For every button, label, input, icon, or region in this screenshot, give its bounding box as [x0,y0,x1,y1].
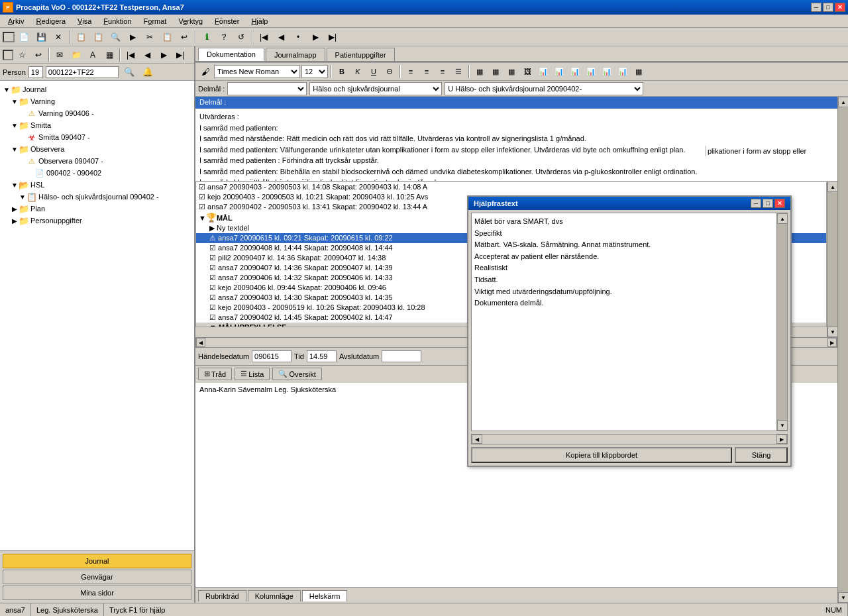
fmt-list-btn[interactable]: ☰ [451,65,466,78]
delmal-select-2[interactable]: Hälso och sjukvårdsjournal [309,82,442,95]
font-size-select[interactable]: 12 [301,65,328,78]
sidebar-tb-nextnext[interactable]: ▶| [172,48,188,62]
view-lista-btn[interactable]: ☰ Lista [235,368,270,380]
sidebar-tb-folder[interactable]: 📁 [68,48,84,62]
fmt-img-btn6[interactable]: 📊 [600,65,614,78]
menu-visa[interactable]: Visa [72,16,97,26]
nav-journal-btn[interactable]: Journal [3,554,191,568]
doc-scroll-down[interactable]: ▼ [838,592,848,603]
tb-new-btn[interactable]: 📄 [16,30,32,44]
help-text-area[interactable]: Målet bör vara SMART, dvs Specifikt Mätb… [471,213,777,431]
fmt-table-btn1[interactable]: ▦ [472,65,487,78]
tab-dokumentation[interactable]: Dokumentation [198,48,264,61]
tb-last-btn[interactable]: ▶| [325,30,341,44]
tb-paste2-btn[interactable]: 📋 [159,30,175,44]
tree-expand-observera[interactable]: ▼ [11,146,19,153]
nav-minasidor-btn[interactable]: Mina sidor [3,586,191,600]
tree-expand-journal[interactable]: ▼ [3,86,11,93]
fmt-align-right-btn[interactable]: ≡ [435,65,450,78]
tab-journalmapp[interactable]: Journalmapp [266,48,325,61]
sidebar-tb-prevprev[interactable]: |◀ [123,48,138,62]
menu-arkiv[interactable]: Arkiv [3,16,29,26]
maluppfyllelse-expand[interactable]: ▼ [209,323,219,327]
sidebar-tb-box[interactable] [3,50,13,60]
fmt-align-left-btn[interactable]: ≡ [403,65,418,78]
list-row-1[interactable]: ☑ ansa7 20090403 - 20090503 kl. 14:08 Sk… [196,182,826,192]
help-scroll-track[interactable] [777,224,787,420]
fmt-underline-btn[interactable]: U [366,65,381,78]
hscroll-right[interactable]: ▶ [827,338,837,347]
fmt-paint-btn[interactable]: 🖌 [198,65,213,78]
tb-prev-btn[interactable]: ◀ [273,30,289,44]
list-scrollbar[interactable]: ▲ ▼ [827,181,837,337]
help-maximize-btn[interactable]: □ [763,199,773,208]
tb-copy-btn[interactable]: 📋 [73,30,89,44]
tb-undo-btn[interactable]: ↩ [176,30,192,44]
doc-scrollbar[interactable]: ▲ ▼ [837,97,848,603]
avslutdatum-input[interactable] [382,350,421,362]
tb-run-btn[interactable]: ▶ [125,30,140,44]
sidebar-tb-font[interactable]: A [85,48,101,62]
tree-item-observera-detail[interactable]: ⚠ Observera 090407 - [19,155,191,167]
menu-fonster[interactable]: Fönster [209,16,244,26]
help-scrollbar[interactable]: ▲ ▼ [777,213,788,431]
fmt-img-btn5[interactable]: 📊 [584,65,598,78]
delmal-select-3[interactable]: U Hälso- och sjukvårdsjournal 20090402- [445,82,643,95]
doc-scroll-up[interactable]: ▲ [838,97,848,107]
nav-genvagar-btn[interactable]: Genvägar [3,570,191,584]
tree-item-smitta[interactable]: ▼ 📁 Smitta [11,119,191,131]
sidebar-tb-grid[interactable]: ▦ [101,48,117,62]
person-search-icon[interactable]: 🔍 [121,65,137,79]
tb-refresh-btn[interactable]: ↺ [233,30,249,44]
fmt-bold-btn[interactable]: B [335,65,349,78]
tb-save-btn[interactable]: 💾 [33,30,49,44]
menu-hjalp[interactable]: Hjälp [246,16,273,26]
tree-item-hsl-journal[interactable]: ▼ 📋 Hälso- och sjukvårdsjournal 090402 - [19,191,191,203]
sidebar-tb-star[interactable]: ☆ [14,48,30,62]
doc-scroll-track[interactable] [838,107,848,592]
bottom-tab-kolumnlage[interactable]: Kolumnläge [248,590,301,601]
tree-item-hsl[interactable]: ▼ 📂 HSL [11,179,191,191]
tid-input[interactable] [307,350,337,362]
tb-question-btn[interactable]: ? [216,30,232,44]
close-help-btn[interactable]: Stäng [735,447,788,463]
menu-funktion[interactable]: Funktion [98,16,136,26]
tb-find-btn[interactable]: 🔍 [107,30,123,44]
tb-paste-btn[interactable]: 📋 [90,30,106,44]
fmt-align-center-btn[interactable]: ≡ [419,65,434,78]
fmt-img-btn7[interactable]: 📊 [615,65,630,78]
sidebar-tb-undo[interactable]: ↩ [30,48,46,62]
tree-item-smitta-detail[interactable]: ☣ Smitta 090407 - [19,131,191,143]
hscroll-left[interactable]: ◀ [196,338,205,347]
fmt-img-btn4[interactable]: 📊 [568,65,582,78]
maximize-button[interactable]: □ [823,3,833,12]
tree-expand-hsl[interactable]: ▼ [11,181,19,189]
help-minimize-btn[interactable]: ─ [751,199,761,208]
tree-item-observera-dates[interactable]: 📄 090402 - 090402 [26,167,191,179]
bottom-tab-rubrikträd[interactable]: Rubrikträd [198,590,246,601]
tree-expand-hsl-journal[interactable]: ▼ [19,193,26,201]
tree-expand-plan[interactable]: ▶ [11,205,19,213]
tree-container[interactable]: ▼ 📁 Journal ▼ 📁 Varning ⚠ Varning 090406… [0,81,194,550]
person-number-field[interactable] [28,66,43,78]
help-scroll-up[interactable]: ▲ [777,213,788,224]
tree-item-varning[interactable]: ▼ 📁 Varning [11,95,191,107]
text-content[interactable]: Utvärderas : I samråd med patienten: I s… [195,109,837,181]
help-hscroll-track[interactable] [482,435,776,444]
list-scroll-down[interactable]: ▼ [827,327,837,337]
help-hscroll-left[interactable]: ◀ [472,435,482,444]
tree-item-plan[interactable]: ▶ 📁 Plan [11,203,191,215]
maal-expand-icon[interactable]: ▼ [199,214,206,222]
close-button[interactable]: ✕ [835,3,845,12]
list-scroll-track[interactable] [827,192,837,327]
fmt-img-btn8[interactable]: ▦ [631,65,646,78]
person-id-field[interactable] [46,66,119,78]
tab-patientuppgifter[interactable]: Patientuppgifter [327,48,395,61]
fmt-table-btn3[interactable]: ▦ [504,65,519,78]
copy-to-clipboard-btn[interactable]: Kopiera till klippbordet [471,447,732,463]
fmt-img-btn2[interactable]: 📊 [536,65,551,78]
delmal-select-1[interactable] [227,82,307,95]
menu-format[interactable]: Format [138,16,172,26]
handelsedatum-input[interactable] [252,350,292,362]
view-trad-btn[interactable]: ⊞ Tråd [198,368,232,380]
